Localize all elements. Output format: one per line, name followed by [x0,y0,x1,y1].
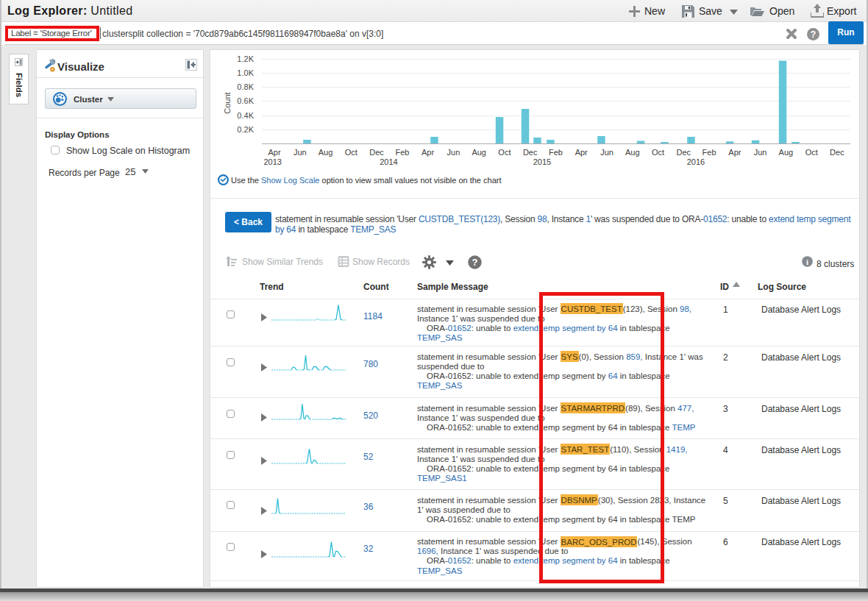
svg-text:0.6K: 0.6K [237,96,254,105]
svg-text:?: ? [811,29,817,40]
svg-text:Jun: Jun [447,148,460,157]
svg-text:Apr: Apr [728,148,741,157]
svg-text:Apr: Apr [421,148,434,157]
svg-text:Dec: Dec [677,148,691,157]
svg-text:Aug: Aug [779,148,794,157]
svg-text:Jun: Jun [600,148,613,157]
svg-text:Apr: Apr [268,148,280,157]
svg-text:Oct: Oct [805,148,818,157]
svg-text:Aug: Aug [319,148,333,157]
svg-text:Apr: Apr [575,148,588,157]
svg-text:0.4K: 0.4K [237,111,254,120]
svg-text:1.2K: 1.2K [237,54,254,63]
svg-text:Jun: Jun [754,148,767,157]
svg-text:Feb: Feb [702,148,716,157]
svg-text:2013: 2013 [263,157,281,166]
svg-text:Aug: Aug [472,148,486,157]
svg-text:0.8K: 0.8K [237,82,254,91]
svg-text:?: ? [472,257,478,268]
svg-text:Feb: Feb [395,148,409,157]
svg-text:Dec: Dec [369,148,384,157]
svg-text:Oct: Oct [345,148,357,157]
svg-text:Dec: Dec [523,148,538,157]
svg-text:Oct: Oct [652,148,664,157]
svg-text:0.2K: 0.2K [237,125,254,134]
svg-text:Dec: Dec [830,148,844,157]
svg-text:2016: 2016 [687,157,705,166]
svg-text:Jun: Jun [294,148,307,157]
svg-text:Count: Count [223,92,232,113]
svg-text:i: i [806,257,808,266]
svg-text:Feb: Feb [549,148,563,157]
svg-text:2015: 2015 [533,157,551,166]
svg-text:Aug: Aug [625,148,640,157]
svg-text:Oct: Oct [498,148,511,157]
svg-text:2014: 2014 [380,157,397,166]
svg-text:1.0K: 1.0K [237,68,254,77]
